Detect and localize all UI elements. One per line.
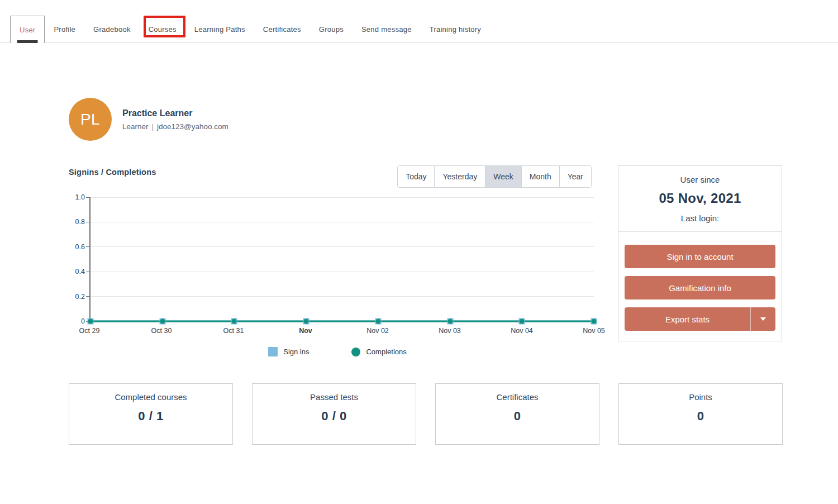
tab-profile-label: Profile xyxy=(54,25,75,34)
tab-profile[interactable]: Profile xyxy=(45,16,84,42)
export-stats-label[interactable]: Export stats xyxy=(625,307,750,331)
y-axis-tick xyxy=(86,296,89,297)
sign-in-to-account-button[interactable]: Sign in to account xyxy=(625,245,775,268)
range-yesterday-button[interactable]: Yesterday xyxy=(434,166,485,187)
y-tick-label: 0.4 xyxy=(75,268,85,275)
x-tick-label: Nov 03 xyxy=(439,327,461,335)
square-swatch-icon xyxy=(268,347,278,356)
export-stats-button[interactable]: Export stats xyxy=(625,307,775,331)
passed-tests-value: 0 / 0 xyxy=(253,409,416,424)
completed-courses-label: Completed courses xyxy=(69,392,232,402)
x-tick-label: Oct 31 xyxy=(223,327,244,335)
range-year-button[interactable]: Year xyxy=(559,166,591,187)
gamification-info-button[interactable]: Gamification info xyxy=(625,276,775,299)
legend-item-sign-ins: Sign ins xyxy=(268,347,309,356)
tab-bar: User Profile Gradebook Courses Learning … xyxy=(0,0,838,43)
legend-label: Completions xyxy=(366,348,406,356)
passed-tests-card: Passed tests 0 / 0 xyxy=(252,383,416,445)
tab-learning-paths[interactable]: Learning Paths xyxy=(185,16,254,42)
certificates-card: Certificates 0 xyxy=(435,383,599,445)
y-tick-label: 0.8 xyxy=(75,218,85,226)
x-tick-label: Nov xyxy=(299,327,312,335)
tab-groups[interactable]: Groups xyxy=(310,16,353,42)
x-tick-label: Nov 05 xyxy=(583,327,605,335)
user-header: PL Practice Learner Learner|jdoe123@yaho… xyxy=(69,98,838,141)
passed-tests-label: Passed tests xyxy=(253,392,416,402)
chart-title: Signins / Completions xyxy=(69,165,156,177)
user-since-date: 05 Nov, 2021 xyxy=(624,191,776,206)
plot-area xyxy=(89,197,594,321)
tab-training-history[interactable]: Training history xyxy=(421,16,490,42)
y-axis-tick xyxy=(86,246,89,247)
x-tick-label: Oct 29 xyxy=(79,327,100,335)
certificates-label: Certificates xyxy=(436,392,599,402)
y-axis-tick xyxy=(86,272,89,272)
avatar: PL xyxy=(69,98,112,141)
range-week-button[interactable]: Week xyxy=(485,166,521,187)
tab-user[interactable]: User xyxy=(10,16,45,43)
export-stats-dropdown-toggle[interactable] xyxy=(751,307,775,331)
y-tick-label: 0.6 xyxy=(75,243,85,251)
tab-courses-label: Courses xyxy=(149,25,177,34)
tab-gradebook-label: Gradebook xyxy=(93,25,131,34)
tab-training-history-label: Training history xyxy=(430,25,481,34)
user-since-label: User since xyxy=(624,175,776,184)
active-tab-underline xyxy=(17,40,38,43)
y-axis-tick xyxy=(86,197,89,198)
chart-legend: Sign insCompletions xyxy=(69,347,606,356)
series-lines xyxy=(91,197,595,321)
tab-learning-paths-label: Learning Paths xyxy=(194,25,245,34)
tab-groups-label: Groups xyxy=(319,25,344,34)
chevron-down-icon xyxy=(760,317,766,321)
points-value: 0 xyxy=(619,409,782,424)
legend-label: Sign ins xyxy=(283,348,309,356)
date-range-selector: Today Yesterday Week Month Year xyxy=(397,165,592,188)
range-today-button[interactable]: Today xyxy=(398,166,434,187)
y-tick-label: 0 xyxy=(81,317,85,325)
tab-send-message[interactable]: Send message xyxy=(353,16,421,42)
role-email-separator: | xyxy=(152,122,154,131)
user-name: Practice Learner xyxy=(122,108,228,118)
tab-gradebook[interactable]: Gradebook xyxy=(84,16,140,42)
stats-cards: Completed courses 0 / 1 Passed tests 0 /… xyxy=(69,383,838,445)
circle-swatch-icon xyxy=(351,348,360,356)
x-axis-labels: Oct 29Oct 30Oct 31NovNov 02Nov 03Nov 04N… xyxy=(89,321,594,336)
tab-certificates-label: Certificates xyxy=(263,25,301,34)
user-role-email: Learner|jdoe123@yahoo.com xyxy=(122,122,228,131)
y-tick-label: 0.2 xyxy=(75,293,85,301)
user-role: Learner xyxy=(122,122,149,131)
tab-user-label: User xyxy=(20,26,35,34)
signins-chart-section: Signins / Completions Today Yesterday We… xyxy=(69,165,606,356)
points-card: Points 0 xyxy=(618,383,783,445)
x-tick-label: Oct 30 xyxy=(151,327,172,335)
tab-certificates[interactable]: Certificates xyxy=(254,16,310,42)
range-month-button[interactable]: Month xyxy=(521,166,559,187)
y-axis-labels: 1.00.80.60.40.20 xyxy=(69,197,89,321)
user-since-panel: User since 05 Nov, 2021 Last login: Sign… xyxy=(618,165,782,341)
completed-courses-card: Completed courses 0 / 1 xyxy=(69,383,233,445)
certificates-value: 0 xyxy=(436,409,599,424)
user-email: jdoe123@yahoo.com xyxy=(157,122,228,131)
y-tick-label: 1.0 xyxy=(75,193,85,201)
tab-courses[interactable]: Courses xyxy=(140,16,185,42)
avatar-initials: PL xyxy=(80,111,100,129)
x-tick-label: Nov 04 xyxy=(511,327,533,335)
legend-item-completions: Completions xyxy=(351,347,406,356)
x-tick-label: Nov 02 xyxy=(366,327,389,335)
tab-send-message-label: Send message xyxy=(361,25,412,34)
completed-courses-value: 0 / 1 xyxy=(69,409,232,424)
points-label: Points xyxy=(619,392,782,402)
y-axis-tick xyxy=(86,222,89,222)
last-login-label: Last login: xyxy=(624,213,776,223)
line-chart: 1.00.80.60.40.20 xyxy=(69,197,606,321)
